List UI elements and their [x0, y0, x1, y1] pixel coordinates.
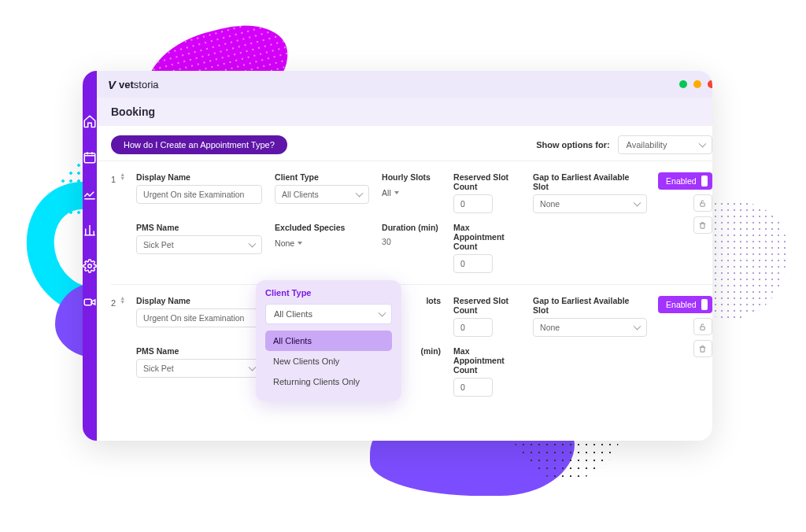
- max-appt-label: Max Appointment Count: [453, 223, 520, 251]
- display-name-input[interactable]: Urgent On site Examination: [136, 185, 262, 204]
- gap-earliest-label: Gap to Earliest Available Slot: [533, 296, 647, 315]
- toolbar: How do I Create an Appointment Type? Sho…: [97, 126, 712, 161]
- excluded-species-select[interactable]: None: [275, 238, 302, 248]
- trash-icon[interactable]: [693, 216, 712, 234]
- home-icon[interactable]: [83, 114, 97, 128]
- app-window: V vetstoria Booking How do I Create an A…: [83, 71, 712, 441]
- logo: V vetstoria: [108, 78, 159, 91]
- reserved-slot-label: Reserved Slot Count: [453, 296, 520, 315]
- trash-icon[interactable]: [693, 340, 712, 357]
- display-name-label: Display Name: [136, 296, 262, 305]
- dropdown-selected[interactable]: All Clients: [265, 304, 392, 324]
- sidebar: [83, 71, 97, 441]
- titlebar: V vetstoria: [97, 71, 712, 98]
- logo-mark: V: [108, 78, 116, 91]
- sort-handle[interactable]: ▲▼: [120, 296, 125, 304]
- page-title: Booking: [97, 98, 712, 126]
- row-number: 1: [111, 172, 116, 184]
- lock-icon[interactable]: [693, 194, 712, 212]
- duration-label: Duration (min): [382, 223, 441, 232]
- max-appt-label: Max Appointment Count: [453, 346, 520, 375]
- appointment-row: 2 ▲▼ Display Name Urgent On site Examina…: [111, 285, 712, 408]
- show-options-label: Show options for:: [536, 140, 609, 150]
- gap-earliest-select[interactable]: None: [533, 318, 647, 337]
- pms-name-label: PMS Name: [136, 223, 262, 232]
- client-type-label: Client Type: [275, 172, 369, 182]
- enabled-toggle[interactable]: Enabled: [658, 296, 712, 313]
- hourly-slots-select[interactable]: All: [382, 188, 399, 198]
- dropdown-option[interactable]: All Clients: [265, 331, 392, 351]
- reserved-slot-input[interactable]: 0: [453, 318, 493, 337]
- display-name-input[interactable]: Urgent On site Examination: [136, 308, 262, 327]
- reserved-slot-label: Reserved Slot Count: [453, 172, 520, 191]
- svg-point-1: [88, 264, 92, 268]
- sort-handle[interactable]: ▲▼: [120, 172, 125, 180]
- close-icon[interactable]: [708, 80, 712, 88]
- client-type-dropdown: Client Type All Clients All Clients New …: [256, 280, 401, 401]
- gap-earliest-label: Gap to Earliest Available Slot: [533, 172, 647, 191]
- lock-icon[interactable]: [693, 318, 712, 335]
- pms-name-select[interactable]: Sick Pet: [136, 359, 262, 378]
- calendar-icon[interactable]: [83, 150, 97, 164]
- display-name-label: Display Name: [136, 172, 262, 182]
- chart-line-icon[interactable]: [83, 187, 97, 201]
- appointment-rows: 1 ▲▼ Display Name Urgent On site Examina…: [97, 161, 712, 441]
- excluded-species-label: Excluded Species: [275, 223, 369, 232]
- svg-rect-4: [701, 327, 705, 330]
- dropdown-title: Client Type: [265, 288, 392, 297]
- pms-name-label: PMS Name: [136, 346, 262, 356]
- gear-icon[interactable]: [83, 259, 97, 273]
- window-controls: [679, 80, 712, 88]
- gap-earliest-select[interactable]: None: [533, 194, 647, 213]
- reserved-slot-input[interactable]: 0: [453, 194, 493, 213]
- svg-rect-0: [84, 153, 95, 163]
- duration-value: 30: [382, 235, 441, 246]
- maximize-icon[interactable]: [693, 80, 701, 88]
- pms-name-select[interactable]: Sick Pet: [136, 235, 262, 254]
- dropdown-option[interactable]: New Clients Only: [265, 351, 392, 371]
- client-type-select[interactable]: All Clients: [275, 185, 369, 204]
- show-options-select[interactable]: Availability: [618, 135, 712, 154]
- appointment-row: 1 ▲▼ Display Name Urgent On site Examina…: [111, 161, 712, 285]
- row-number: 2: [111, 296, 116, 308]
- dropdown-option[interactable]: Returning Clients Only: [265, 371, 392, 392]
- chart-bar-icon[interactable]: [83, 223, 97, 237]
- svg-rect-3: [701, 203, 705, 206]
- help-button[interactable]: How do I Create an Appointment Type?: [111, 135, 287, 154]
- hourly-slots-label: Hourly Slots: [382, 172, 441, 182]
- minimize-icon[interactable]: [679, 80, 687, 88]
- svg-rect-2: [84, 299, 91, 305]
- enabled-toggle[interactable]: Enabled: [658, 172, 712, 190]
- main-panel: V vetstoria Booking How do I Create an A…: [97, 71, 712, 441]
- max-appt-input[interactable]: 0: [453, 254, 493, 273]
- max-appt-input[interactable]: 0: [453, 378, 493, 397]
- video-icon[interactable]: [83, 295, 97, 309]
